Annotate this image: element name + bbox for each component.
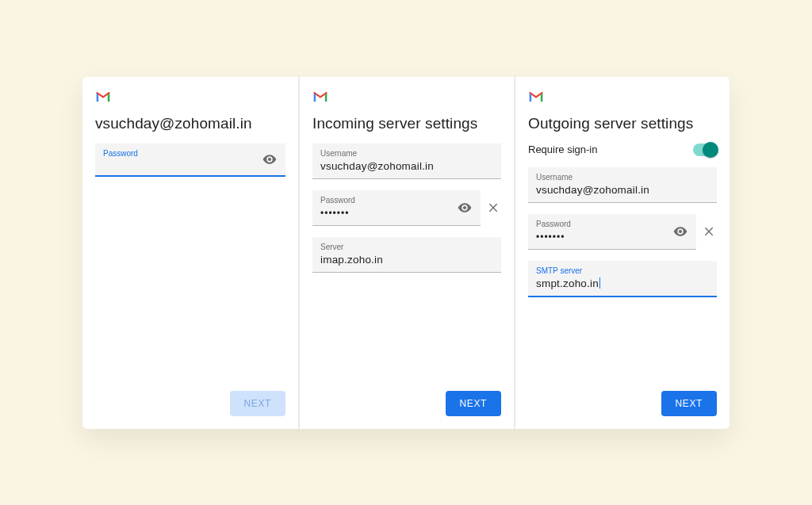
password-row: Password •••••••: [312, 190, 501, 226]
server-value: imap.zoho.in: [320, 253, 493, 267]
require-signin-label: Require sign-in: [528, 143, 597, 155]
screen-outgoing: Outgoing server settings Require sign-in…: [514, 77, 730, 429]
gmail-logo-icon: [528, 91, 544, 104]
require-signin-row: Require sign-in: [528, 143, 717, 156]
username-label: Username: [320, 149, 493, 158]
next-button[interactable]: NEXT: [230, 391, 285, 416]
smtp-value: smpt.zoho.in: [536, 277, 709, 291]
screens-row: vsuchday@zohomail.in Password NEXT Incom…: [82, 77, 730, 429]
password-field[interactable]: Password: [95, 143, 285, 177]
password-field[interactable]: Password •••••••: [312, 190, 481, 226]
clear-icon[interactable]: [485, 200, 501, 216]
password-label: Password: [103, 149, 278, 158]
clear-icon[interactable]: [701, 224, 717, 239]
password-value: [103, 159, 278, 170]
next-button[interactable]: NEXT: [446, 391, 501, 416]
smtp-server-field[interactable]: SMTP server smpt.zoho.in: [528, 261, 717, 297]
password-label: Password: [320, 196, 473, 205]
next-button[interactable]: NEXT: [661, 391, 717, 416]
page-title: Outgoing server settings: [528, 115, 717, 132]
username-field[interactable]: Username vsuchday@zohomail.in: [528, 167, 717, 203]
password-label: Password: [536, 220, 688, 228]
username-value: vsuchday@zohomail.in: [536, 183, 709, 197]
screen-incoming: Incoming server settings Username vsuchd…: [298, 77, 514, 429]
username-field[interactable]: Username vsuchday@zohomail.in: [312, 143, 501, 179]
eye-icon[interactable]: [457, 200, 473, 216]
gmail-logo-icon: [95, 91, 111, 104]
eye-icon[interactable]: [262, 151, 278, 167]
smtp-label: SMTP server: [536, 266, 709, 275]
password-field[interactable]: Password •••••••: [528, 214, 696, 250]
password-value: •••••••: [320, 206, 473, 220]
password-value: •••••••: [536, 230, 688, 244]
gmail-logo-icon: [312, 91, 328, 104]
password-row: Password •••••••: [528, 214, 717, 250]
require-signin-toggle[interactable]: [693, 143, 717, 156]
username-value: vsuchday@zohomail.in: [320, 159, 493, 174]
server-field[interactable]: Server imap.zoho.in: [312, 237, 501, 273]
screen-password: vsuchday@zohomail.in Password NEXT: [82, 77, 298, 429]
eye-icon[interactable]: [672, 224, 688, 239]
page-title: Incoming server settings: [312, 115, 501, 132]
server-label: Server: [320, 243, 493, 251]
email-title: vsuchday@zohomail.in: [95, 115, 285, 132]
username-label: Username: [536, 173, 709, 182]
